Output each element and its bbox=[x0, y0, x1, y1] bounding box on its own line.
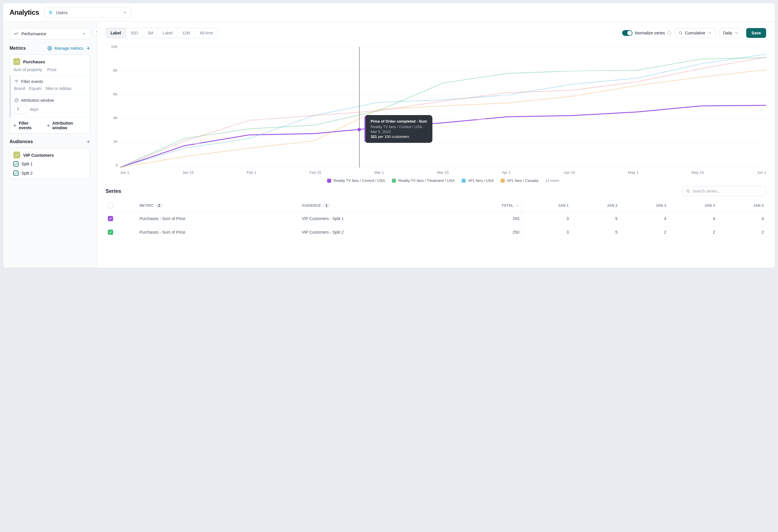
normalize-toggle[interactable] bbox=[622, 30, 632, 36]
table-row[interactable]: Purchases - Sum of PriceVIP Customers - … bbox=[105, 226, 766, 239]
chevron-down-icon bbox=[734, 31, 739, 35]
filter-events-button[interactable]: Filter events bbox=[13, 121, 41, 130]
series-line bbox=[120, 58, 766, 167]
cursor-dot bbox=[358, 128, 361, 131]
gear-icon bbox=[48, 46, 52, 51]
row-checkbox[interactable] bbox=[108, 230, 113, 235]
performance-icon bbox=[13, 31, 18, 36]
chart: 10K8K6K4K2K0 Price of Order completed - … bbox=[105, 45, 766, 180]
checkbox-checked-icon[interactable] bbox=[13, 161, 18, 167]
split2-row[interactable]: Split 2 bbox=[10, 169, 90, 179]
tooltip-title: Price of Order completed - Sum bbox=[371, 119, 427, 123]
col-total[interactable]: TOTAL ↑↓ bbox=[449, 199, 522, 212]
row-checkbox[interactable] bbox=[108, 216, 113, 221]
collapse-sidebar-button[interactable] bbox=[92, 28, 101, 36]
y-tick: 10K bbox=[105, 45, 118, 49]
metric-card: Purchases Sum of property Price Filter e… bbox=[10, 54, 90, 134]
legend-swatch bbox=[327, 179, 331, 183]
aggregation-dropdown[interactable]: Cumulative bbox=[675, 28, 716, 38]
time-range-segment: Label30D3MLabel12MAll-time bbox=[105, 28, 218, 38]
legend-more[interactable]: 12 more bbox=[545, 178, 559, 183]
arrow-right-icon[interactable] bbox=[86, 140, 90, 144]
time-range-30d[interactable]: 30D bbox=[126, 28, 143, 38]
col-date[interactable]: JAN 1 bbox=[522, 199, 571, 212]
time-range-label[interactable]: Label bbox=[106, 28, 126, 38]
attribution-title: Attribution window bbox=[21, 98, 54, 103]
snowflake-icon bbox=[48, 10, 53, 15]
source-select[interactable]: Users bbox=[44, 7, 131, 18]
filter-operator[interactable]: Equals bbox=[29, 86, 42, 91]
granularity-value: Daily bbox=[723, 31, 732, 35]
attribution-unit: days bbox=[30, 107, 38, 112]
grid-line bbox=[120, 167, 766, 168]
legend-item[interactable]: Reality TV fans / Treatment / USA bbox=[392, 178, 455, 183]
y-tick: 2K bbox=[105, 140, 118, 144]
cell-value: 3 bbox=[522, 226, 571, 239]
split1-row[interactable]: Split 1 bbox=[10, 160, 90, 169]
audience-icon bbox=[13, 152, 20, 159]
series-line bbox=[120, 70, 766, 167]
table-row[interactable]: Purchases - Sum of PriceVIP Customers - … bbox=[105, 212, 766, 226]
legend-item[interactable]: Reality TV fans / Control / USA bbox=[327, 178, 385, 183]
grid-line bbox=[120, 95, 766, 95]
x-tick: Feb 15 bbox=[309, 170, 321, 175]
legend-label: AFL fans / USA bbox=[468, 178, 494, 183]
attribution-value-input[interactable] bbox=[14, 105, 27, 114]
chevron-down-icon bbox=[707, 31, 712, 35]
manage-metrics-link[interactable]: Manage metrics bbox=[48, 46, 90, 51]
series-title: Series bbox=[105, 188, 121, 194]
save-button[interactable]: Save bbox=[746, 28, 766, 38]
time-range-12m[interactable]: 12M bbox=[177, 28, 195, 38]
audience-card: VIP Customers Split 1 Split 2 bbox=[10, 148, 90, 179]
legend-item[interactable]: AFL fans / Canada bbox=[500, 178, 538, 183]
sidebar: Performance Metrics Manage metrics Purch… bbox=[3, 22, 97, 268]
col-date[interactable]: JAN 3 bbox=[620, 199, 669, 212]
select-all-checkbox[interactable] bbox=[105, 199, 137, 212]
time-range-3m[interactable]: 3M bbox=[143, 28, 158, 38]
main-panel: Label30D3MLabel12MAll-time Normalize ser… bbox=[97, 22, 775, 268]
tooltip-suffix: per 100 customers bbox=[377, 135, 409, 139]
filter-icon bbox=[14, 79, 19, 84]
legend-label: Reality TV fans / Control / USA bbox=[333, 178, 385, 183]
col-date[interactable]: JAN 5 bbox=[717, 199, 766, 212]
x-tick: Apr 1 bbox=[502, 170, 511, 175]
metric-name[interactable]: Purchases bbox=[23, 59, 45, 64]
x-tick: Jan 1 bbox=[120, 170, 129, 175]
series-table: METRIC 2AUDIENCE 1TOTAL ↑↓JAN 1JAN 2JAN … bbox=[105, 199, 766, 239]
granularity-dropdown[interactable]: Daily bbox=[719, 28, 743, 38]
chevron-left-icon bbox=[95, 30, 98, 33]
split1-label: Split 1 bbox=[21, 162, 33, 166]
y-tick: 0 bbox=[105, 163, 118, 167]
series-search-input[interactable] bbox=[692, 189, 762, 193]
col-date[interactable]: JAN 4 bbox=[669, 199, 717, 212]
cell-check bbox=[105, 226, 137, 239]
checkbox-checked-icon[interactable] bbox=[13, 171, 18, 176]
cell-value: 5 bbox=[571, 226, 620, 239]
time-range-all-time[interactable]: All-time bbox=[195, 28, 218, 38]
info-icon[interactable]: i bbox=[667, 31, 671, 35]
x-tick: Mar 1 bbox=[374, 170, 384, 175]
col-metric[interactable]: METRIC 2 bbox=[137, 199, 299, 212]
view-select[interactable]: Performance bbox=[10, 28, 90, 39]
y-tick: 6K bbox=[105, 92, 118, 96]
cell-total: 250 bbox=[449, 226, 522, 239]
col-audience[interactable]: AUDIENCE 1 bbox=[299, 199, 449, 212]
legend-label: AFL fans / Canada bbox=[507, 178, 538, 183]
filter-field[interactable]: Brand bbox=[14, 86, 25, 91]
app-brand: Analytics bbox=[10, 8, 39, 16]
search-icon bbox=[686, 189, 690, 193]
series-search[interactable] bbox=[682, 186, 766, 196]
grid-line bbox=[120, 119, 766, 119]
legend-swatch bbox=[462, 179, 466, 183]
legend-item[interactable]: AFL fans / USA bbox=[462, 178, 494, 183]
filter-value[interactable]: Nike or Adidas bbox=[46, 86, 71, 91]
aggregation-field: Price bbox=[48, 67, 57, 72]
chevron-down-icon bbox=[123, 10, 127, 15]
col-date[interactable]: JAN 2 bbox=[571, 199, 620, 212]
normalize-label: Normalize series bbox=[635, 31, 665, 35]
search-icon bbox=[679, 31, 683, 35]
attribution-window-button[interactable]: Attribution window bbox=[47, 121, 86, 130]
time-range-label[interactable]: Label bbox=[158, 28, 177, 38]
aggregation-value: Cumulative bbox=[685, 31, 705, 35]
audience-name[interactable]: VIP Customers bbox=[23, 153, 54, 158]
